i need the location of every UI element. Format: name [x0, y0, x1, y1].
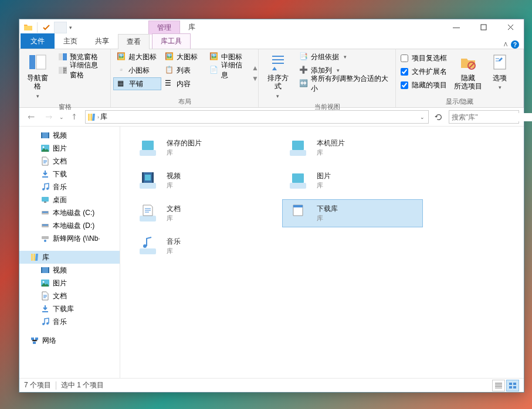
groupby-button[interactable]: 📑分组依据▾: [296, 50, 393, 63]
address-bar: 🡐 🡒 ⌄ 🡑 › 库 ⌄: [19, 108, 524, 127]
tab-view[interactable]: 查看: [118, 34, 150, 49]
close-button[interactable]: [497, 19, 524, 35]
nav-pane-button[interactable]: 导航窗格 ▾: [22, 50, 53, 101]
explorer-icon: [22, 22, 35, 33]
item-name: 下载库: [317, 204, 338, 214]
library-icon: [287, 170, 309, 191]
status-bar: 7 个项目 选中 1 个项目: [19, 378, 524, 392]
svg-rect-30: [36, 55, 46, 69]
library-item[interactable]: 图片库: [282, 166, 423, 195]
qat-properties-button[interactable]: [40, 22, 53, 33]
library-item[interactable]: 文档库: [132, 199, 273, 227]
items-view[interactable]: 保存的图片库本机照片库视频库图片库文档库下载库库音乐库: [120, 127, 524, 378]
tree-disk-c[interactable]: 本地磁盘 (C:): [19, 206, 120, 219]
item-type: 库: [317, 148, 345, 157]
forward-button[interactable]: 🡒: [42, 110, 56, 124]
search-input[interactable]: [452, 113, 532, 121]
svg-rect-33: [59, 67, 62, 74]
tree-videos[interactable]: 视频: [19, 129, 120, 142]
tree-documents[interactable]: 文档: [19, 155, 120, 168]
view-tiles-button[interactable]: [506, 380, 519, 391]
view-details-button[interactable]: [492, 380, 505, 391]
item-name: 文档: [167, 204, 181, 214]
tab-share[interactable]: 共享: [86, 33, 118, 49]
item-name: 图片: [317, 171, 331, 181]
library-icon: [137, 203, 158, 224]
address-field[interactable]: › 库 ⌄: [85, 110, 429, 124]
layout-tiles[interactable]: ▦平铺: [113, 77, 161, 90]
tree-music[interactable]: 音乐: [19, 180, 120, 193]
minimize-button[interactable]: ―: [443, 19, 470, 35]
group-showhide-label: 显示/隐藏: [398, 96, 521, 107]
tree-lib-music[interactable]: 音乐: [19, 315, 120, 328]
layout-list[interactable]: 📋列表: [161, 64, 206, 77]
tree-desktop[interactable]: 桌面: [19, 193, 120, 206]
svg-rect-36: [494, 55, 506, 69]
options-button[interactable]: 选项 ▾: [487, 50, 513, 96]
status-selection: 选中 1 个项目: [61, 380, 104, 390]
checkbox-file-extensions[interactable]: 文件扩展名: [398, 65, 449, 78]
up-button[interactable]: 🡑: [67, 110, 82, 124]
history-dropdown[interactable]: ⌄: [59, 114, 64, 120]
tab-home[interactable]: 主页: [55, 33, 86, 49]
tree-network-share[interactable]: 新蜂网络 (\\Nb·: [19, 232, 120, 245]
layout-details[interactable]: 📄详细信息: [206, 64, 250, 77]
library-item[interactable]: 保存的图片库: [132, 134, 273, 162]
item-name: 保存的图片: [167, 138, 202, 148]
layout-large[interactable]: 🖼️大图标: [161, 50, 206, 63]
quick-access-toolbar: ▾: [19, 22, 73, 33]
svg-rect-39: [513, 383, 516, 385]
explorer-window: ▾ 管理 库 ― 文件 主页 共享 查看 库工具 ᐱ ? 导航窗格: [19, 19, 524, 393]
item-type: 库: [167, 214, 181, 223]
tree-pictures[interactable]: 图片: [19, 142, 120, 155]
qat-dropdown[interactable]: ▾: [68, 25, 73, 30]
tab-file[interactable]: 文件: [21, 33, 55, 49]
checkbox-item-checkboxes[interactable]: 项目复选框: [398, 52, 449, 64]
library-icon: [137, 236, 158, 257]
ribbon: 导航窗格 ▾ 预览窗格 详细信息窗格 窗格 🖼️超大图标 🖼️大图标 🖼️中图标: [19, 49, 524, 108]
tree-downloads[interactable]: 下载: [19, 168, 120, 180]
hide-selected-button[interactable]: 隐藏 所选项目: [450, 50, 486, 96]
refresh-button[interactable]: [432, 111, 445, 124]
status-count: 7 个项目: [24, 380, 51, 390]
tree-disk-d[interactable]: 本地磁盘 (D:): [19, 219, 120, 232]
tab-library-tools[interactable]: 库工具: [152, 33, 191, 49]
library-icon: [287, 203, 309, 224]
details-pane-button[interactable]: 详细信息窗格: [55, 64, 108, 77]
item-type: 库: [317, 181, 331, 190]
library-item[interactable]: 视频库: [132, 166, 273, 195]
checkbox-hidden-items[interactable]: 隐藏的项目: [398, 79, 449, 91]
item-type: 库: [167, 247, 181, 255]
search-box[interactable]: [449, 110, 519, 124]
group-layout-label: 布局: [113, 96, 256, 107]
item-type: 库: [167, 181, 181, 190]
tree-libraries[interactable]: 库: [19, 251, 120, 264]
tree-lib-downloads[interactable]: 下载库: [19, 302, 120, 315]
item-type: 库: [317, 214, 338, 223]
layout-content[interactable]: ☰内容: [161, 77, 206, 90]
svg-rect-31: [59, 53, 62, 60]
svg-rect-32: [63, 53, 67, 60]
window-title: 库: [188, 22, 195, 32]
tree-lib-pictures[interactable]: 图片: [19, 277, 120, 289]
tree-lib-documents[interactable]: 文档: [19, 289, 120, 302]
maximize-button[interactable]: [470, 19, 497, 35]
titlebar: ▾ 管理 库 ―: [19, 19, 524, 35]
svg-rect-41: [513, 386, 516, 388]
library-item[interactable]: 音乐库: [132, 232, 273, 260]
layout-xlarge[interactable]: 🖼️超大图标: [113, 50, 161, 63]
contextual-tab-label: 管理: [148, 21, 180, 35]
help-button[interactable]: ?: [511, 40, 519, 49]
library-icon: [137, 137, 158, 158]
back-button[interactable]: 🡐: [24, 110, 38, 124]
layout-small[interactable]: ▫️小图标: [113, 64, 161, 77]
library-item[interactable]: 下载库库: [282, 199, 423, 227]
ribbon-collapse-button[interactable]: ᐱ: [504, 42, 507, 47]
library-item[interactable]: 本机照片库: [282, 134, 423, 162]
tree-network[interactable]: 网络: [19, 334, 120, 347]
sort-button[interactable]: 排序方式 ▾: [261, 50, 294, 101]
autosize-button[interactable]: ↔️将所有列调整为合适的大小: [296, 77, 393, 90]
tree-lib-videos[interactable]: 视频: [19, 264, 120, 277]
qat-newfolder-button[interactable]: [54, 22, 67, 33]
library-icon: [287, 137, 309, 158]
